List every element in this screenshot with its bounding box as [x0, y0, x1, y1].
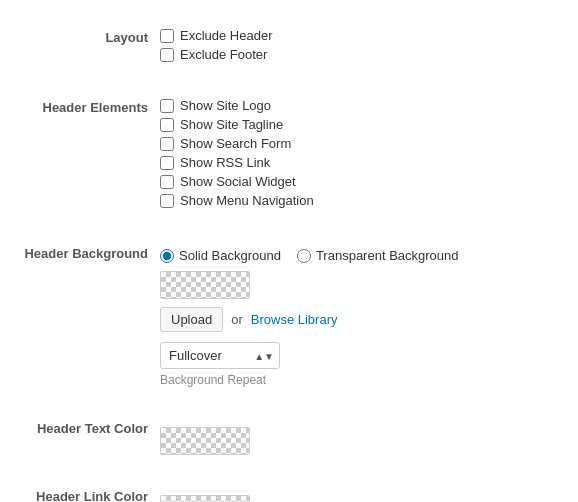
show-site-logo-checkbox[interactable]	[160, 99, 174, 113]
solid-bg-radio[interactable]	[160, 249, 174, 263]
show-search-form-checkbox[interactable]	[160, 137, 174, 151]
header-link-color-row: Header Link Color	[20, 479, 558, 502]
header-link-color-preview[interactable]	[160, 495, 250, 502]
show-rss-link-label: Show RSS Link	[180, 155, 270, 170]
show-site-logo-row: Show Site Logo	[160, 98, 558, 113]
show-menu-navigation-row: Show Menu Navigation	[160, 193, 558, 208]
background-size-wrapper: Fullcover Cover Contain Auto ▲▼	[160, 342, 280, 369]
transparent-bg-label: Transparent Background	[316, 248, 459, 263]
header-link-color-value	[160, 479, 558, 502]
background-size-select[interactable]: Fullcover Cover Contain Auto	[160, 342, 280, 369]
exclude-footer-row: Exclude Footer	[160, 47, 558, 62]
transparent-bg-radio[interactable]	[297, 249, 311, 263]
header-text-color-row: Header Text Color	[20, 411, 558, 463]
show-social-widget-label: Show Social Widget	[180, 174, 296, 189]
show-site-tagline-row: Show Site Tagline	[160, 117, 558, 132]
exclude-header-row: Exclude Header	[160, 28, 558, 43]
show-site-logo-label: Show Site Logo	[180, 98, 271, 113]
browse-library-link[interactable]: Browse Library	[251, 312, 338, 327]
exclude-footer-checkbox[interactable]	[160, 48, 174, 62]
show-social-widget-checkbox[interactable]	[160, 175, 174, 189]
header-elements-options: Show Site Logo Show Site Tagline Show Se…	[160, 90, 558, 220]
header-elements-row: Header Elements Show Site Logo Show Site…	[20, 90, 558, 220]
header-elements-label: Header Elements	[20, 90, 160, 220]
show-site-tagline-checkbox[interactable]	[160, 118, 174, 132]
show-rss-link-row: Show RSS Link	[160, 155, 558, 170]
header-background-row: Header Background Solid Background Trans…	[20, 236, 558, 395]
exclude-header-label: Exclude Header	[180, 28, 273, 43]
upload-row: Upload or Browse Library	[160, 307, 558, 332]
show-menu-navigation-checkbox[interactable]	[160, 194, 174, 208]
header-text-color-label: Header Text Color	[20, 411, 160, 463]
layout-options: Exclude Header Exclude Footer	[160, 20, 558, 74]
header-text-color-preview[interactable]	[160, 427, 250, 455]
or-text: or	[231, 312, 243, 327]
layout-row: Layout Exclude Header Exclude Footer	[20, 20, 558, 74]
show-search-form-row: Show Search Form	[160, 136, 558, 151]
show-social-widget-row: Show Social Widget	[160, 174, 558, 189]
show-site-tagline-label: Show Site Tagline	[180, 117, 283, 132]
header-text-color-value	[160, 411, 558, 463]
show-menu-navigation-label: Show Menu Navigation	[180, 193, 314, 208]
transparent-bg-option: Transparent Background	[297, 248, 459, 263]
background-radio-group: Solid Background Transparent Background	[160, 244, 558, 263]
solid-bg-label: Solid Background	[179, 248, 281, 263]
background-color-preview[interactable]	[160, 271, 250, 299]
settings-table: Layout Exclude Header Exclude Footer Hea…	[20, 20, 558, 502]
background-repeat-label: Background Repeat	[160, 373, 558, 387]
show-search-form-label: Show Search Form	[180, 136, 291, 151]
header-background-options: Solid Background Transparent Background …	[160, 236, 558, 395]
exclude-header-checkbox[interactable]	[160, 29, 174, 43]
upload-button[interactable]: Upload	[160, 307, 223, 332]
solid-bg-option: Solid Background	[160, 248, 281, 263]
show-rss-link-checkbox[interactable]	[160, 156, 174, 170]
layout-label: Layout	[20, 20, 160, 74]
exclude-footer-label: Exclude Footer	[180, 47, 267, 62]
header-background-label: Header Background	[20, 236, 160, 395]
header-link-color-label: Header Link Color	[20, 479, 160, 502]
